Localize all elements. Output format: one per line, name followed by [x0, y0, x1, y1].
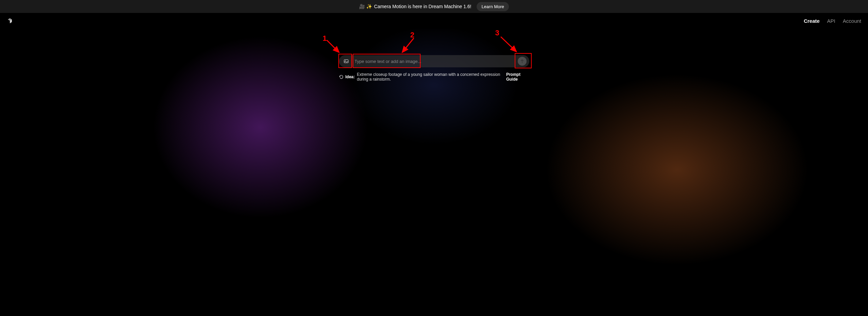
refresh-idea-button[interactable] — [339, 75, 343, 79]
idea-row: Idea: Extreme closeup footage of a young… — [339, 72, 529, 82]
submit-button[interactable] — [518, 57, 527, 66]
arrow-up-icon — [520, 59, 525, 64]
announcement-bar: 🎥 ✨ Camera Motion is here in Dream Machi… — [0, 0, 868, 13]
svg-line-3 — [402, 38, 414, 52]
annotation-label-3: 3 — [495, 29, 499, 37]
add-image-button[interactable] — [341, 56, 351, 66]
annotation-label-1: 1 — [323, 34, 327, 43]
annotation-label-2: 2 — [410, 31, 414, 39]
prompt-area: 1 2 3 — [0, 29, 868, 82]
nav-account[interactable]: Account — [843, 18, 861, 24]
svg-line-2 — [327, 40, 339, 52]
prompt-guide-link[interactable]: Prompt Guide — [506, 72, 529, 82]
svg-point-1 — [345, 61, 346, 61]
nav-create[interactable]: Create — [804, 18, 820, 24]
refresh-icon — [339, 75, 343, 79]
app-logo-icon[interactable] — [7, 18, 13, 24]
learn-more-button[interactable]: Learn More — [477, 2, 509, 11]
prompt-input[interactable] — [351, 55, 518, 67]
nav-api[interactable]: API — [827, 18, 835, 24]
annotation-arrow-3 — [499, 35, 520, 54]
idea-label: Idea: — [346, 74, 355, 79]
idea-left: Idea: Extreme closeup footage of a young… — [339, 72, 506, 82]
svg-rect-0 — [344, 60, 348, 63]
image-icon — [343, 59, 349, 64]
announcement-emoji: 🎥 ✨ — [359, 4, 372, 9]
annotation-arrow-1 — [326, 39, 343, 56]
prompt-bar — [339, 55, 529, 67]
nav-links: Create API Account — [804, 18, 861, 24]
content-area: 1 2 3 — [0, 29, 868, 311]
annotation-arrow-2 — [400, 37, 417, 55]
main-header: Create API Account — [0, 13, 868, 29]
announcement-message: Camera Motion is here in Dream Machine 1… — [374, 4, 471, 9]
announcement-text: 🎥 ✨ Camera Motion is here in Dream Machi… — [359, 4, 471, 9]
idea-text[interactable]: Extreme closeup footage of a young sailo… — [357, 72, 506, 82]
svg-line-4 — [501, 37, 516, 52]
